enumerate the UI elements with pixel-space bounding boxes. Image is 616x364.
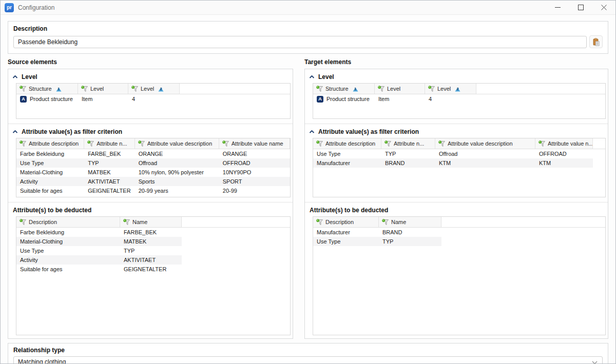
source-level-table: Structure 1 Level Level 2 [16,83,291,119]
section-title: Attribute value(s) as filter criterion [22,128,122,135]
column-header[interactable]: Attribute n... [84,138,134,149]
column-header[interactable]: Attribute value name [219,138,290,149]
description-label: Description [13,25,603,32]
structure-type-badge: A [317,96,323,103]
table-row[interactable]: Use Type TYP Offroad OFFROAD [313,149,605,158]
source-deducted-header: Attribute(s) to be deducted [12,205,291,215]
table-row[interactable]: AProduct structure Item 4 [16,94,290,104]
column-header-level2[interactable]: Level 2 [128,84,180,94]
cell: BRAND [381,158,435,168]
paste-button[interactable] [589,35,603,48]
target-column: Target elements Level Structure 1 [304,58,608,339]
relationship-type-select[interactable]: Matching clothing [13,356,603,364]
collapse-chevron-icon [309,130,315,134]
cell: Manufacturer [313,158,381,168]
source-filter-section: Attribute value(s) as filter criterion A… [8,124,293,202]
column-header-level2[interactable]: Level 2 [425,84,476,94]
level-cell: Item [375,94,425,104]
cell: Sports [135,177,219,186]
table-row[interactable]: Activity AKTIVITAET [16,255,290,265]
column-header[interactable]: Name [379,217,441,227]
dialog-content: Description Source elements [1,15,615,364]
table-row[interactable]: Activity AKTIVITAET Sports SPORT [16,177,290,186]
sort-ascending-icon: 2 [158,87,164,91]
cell: Use Type [16,246,120,255]
column-header-level[interactable]: Level [375,84,425,94]
column-header[interactable]: Attribute value description [135,138,219,149]
table-row[interactable]: Use Type TYP [313,237,605,246]
cell: MATBEK [120,237,182,246]
filter-icon [138,140,145,147]
column-header[interactable]: Attribute n... [381,138,435,149]
source-level-section: Level Structure 1 Level [8,69,293,124]
table-body: Manufacturer BRAND Use Type TYP [313,228,605,246]
cell: Farbe Bekleidung [16,149,84,158]
column-label: Attribute value description [448,140,513,147]
level2-cell: 4 [128,94,180,104]
cell: Suitable for ages [16,265,120,274]
level-cell: Item [78,94,128,104]
source-filter-table: Attribute description Attribute n... Att… [16,138,291,197]
column-label: Level [90,86,104,92]
column-header[interactable]: Attribute value description [435,138,535,149]
description-group: Description [8,21,608,54]
filter-icon [20,140,27,147]
filter-icon [20,219,27,226]
cell: 20-99 [219,186,290,195]
description-input[interactable] [13,36,587,48]
section-title: Level [22,73,37,80]
target-elements-label: Target elements [304,58,608,67]
relationship-type-group: Relationship type Matching clothing [8,343,608,364]
close-button[interactable] [592,1,615,14]
table-row[interactable]: Farbe Bekleidung FARBE_BEK ORANGE ORANGE [16,149,290,158]
column-label: Structure [325,86,349,92]
source-level-header[interactable]: Level [12,72,291,82]
table-row[interactable]: Suitable for ages GEIGNETALTER 20-99 yea… [16,186,290,195]
cell: ORANGE [219,149,290,158]
source-filter-header[interactable]: Attribute value(s) as filter criterion [12,127,291,137]
table-row[interactable]: Farbe Bekleidung FARBE_BEK [16,228,290,237]
cell: TYP [381,149,435,158]
cell: Use Type [16,158,84,168]
filter-icon [222,140,229,147]
target-filter-header[interactable]: Attribute value(s) as filter criterion [309,127,606,137]
column-header[interactable]: Attribute description [313,138,381,149]
column-header[interactable]: Description [16,217,120,227]
table-header: Structure 1 Level Level 2 [313,84,605,94]
collapse-chevron-icon [12,130,18,134]
filter-icon [428,86,435,92]
table-row[interactable]: Suitable for ages GEIGNETALTER [16,265,290,274]
filter-icon [382,219,389,226]
column-header[interactable]: Attribute description [16,138,84,149]
minimize-button[interactable] [546,1,569,14]
filter-icon [378,86,385,92]
filter-icon [20,86,27,92]
column-header-level[interactable]: Level [78,84,128,94]
column-header[interactable]: Description [313,217,379,227]
target-level-header[interactable]: Level [309,72,606,82]
target-deducted-table: Description Name Manufacturer BRAN [313,216,606,335]
maximize-button[interactable] [569,1,592,14]
table-row[interactable]: Manufacturer BRAND KTM KTM [313,158,605,168]
cell: Material-Clothing [16,168,84,177]
table-row[interactable]: Material-Clothing MATBEK [16,237,290,246]
source-deducted-section: Attribute(s) to be deducted Description … [8,202,293,340]
cell: OFFROAD [535,149,593,158]
column-header-structure[interactable]: Structure 1 [313,84,375,94]
table-row[interactable]: Use Type TYP Offroad OFFROAD [16,158,290,168]
table-row[interactable]: Manufacturer BRAND [313,228,605,237]
table-row[interactable]: Material-Clothing MATBEK 10% nylon, 90% … [16,168,290,177]
table-row[interactable]: AProduct structure Item 4 [313,94,605,104]
cell: AKTIVITAET [84,177,134,186]
cell: 20-99 years [135,186,219,195]
cell: Activity [16,255,120,265]
column-header[interactable]: Attribute value n... [535,138,593,149]
column-header-structure[interactable]: Structure 1 [16,84,78,94]
column-header[interactable]: Name [120,217,182,227]
cell: TYP [84,158,134,168]
cell: GEIGNETALTER [84,186,134,195]
cell: Manufacturer [313,228,379,237]
filter-icon [538,140,546,147]
sort-ascending-icon: 1 [353,87,358,91]
table-row[interactable]: Use Type TYP [16,246,290,255]
